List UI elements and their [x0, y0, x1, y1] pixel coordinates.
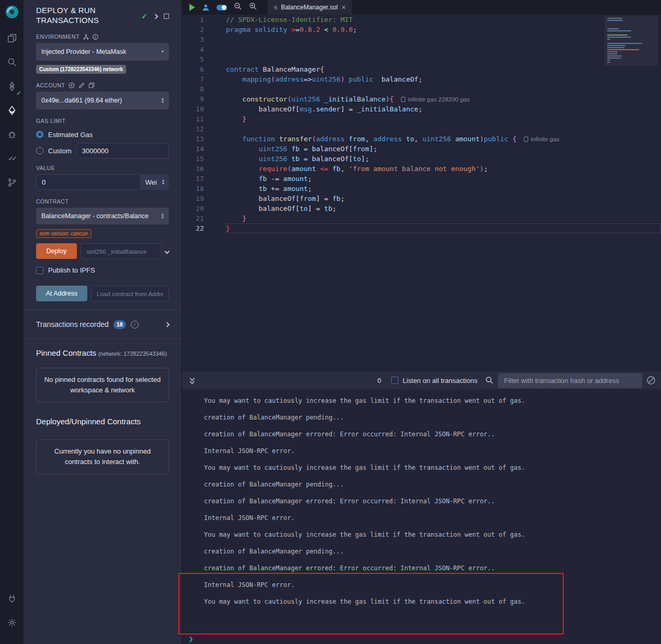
code-line[interactable]: pragma solidity >=0.8.2 < 0.9.0;: [226, 25, 661, 35]
line-number[interactable]: 7: [182, 74, 212, 84]
copy-account-icon[interactable]: [88, 82, 95, 88]
line-number[interactable]: 21: [182, 213, 212, 223]
line-number[interactable]: 13: [182, 134, 212, 144]
minimap-slider[interactable]: [605, 16, 658, 66]
code-line[interactable]: }: [226, 114, 661, 124]
code-line[interactable]: uint256 fb = balanceOf[from];: [226, 144, 661, 154]
line-number[interactable]: 6: [182, 64, 212, 74]
line-number[interactable]: 11: [182, 114, 212, 124]
code-line[interactable]: mapping(address=>uint256) public balance…: [226, 74, 661, 84]
terminal-prompt-icon[interactable]: ❯: [189, 635, 193, 643]
line-number[interactable]: 16: [182, 164, 212, 174]
code-line[interactable]: balanceOf[to] = tb;: [226, 204, 661, 213]
panel-collapse-icon[interactable]: [153, 14, 158, 19]
terminal-collapse-icon[interactable]: [189, 376, 197, 385]
transactions-info-icon[interactable]: i: [131, 321, 139, 329]
line-number[interactable]: 17: [182, 174, 212, 184]
code-line[interactable]: // SPDX-License-Identifier: MIT: [226, 15, 661, 25]
gas-estimated-label: Estimated Gas: [48, 131, 93, 139]
line-number[interactable]: 22: [182, 223, 212, 233]
code-line[interactable]: fb -= amount;: [226, 174, 661, 184]
panel-check-icon[interactable]: ✓: [141, 12, 147, 20]
search-icon[interactable]: [4, 54, 20, 70]
line-number[interactable]: 14: [182, 144, 212, 154]
code-line[interactable]: [226, 54, 661, 64]
line-number[interactable]: 3: [182, 35, 212, 44]
edit-account-icon[interactable]: [78, 82, 85, 88]
line-number[interactable]: 1: [182, 15, 212, 25]
line-number[interactable]: 20: [182, 204, 212, 213]
contract-select[interactable]: BalanceManager - contracts/Balance ▴▾: [36, 208, 169, 224]
account-select[interactable]: 0x49e...da661 (99.64 ether) ▴▾: [36, 92, 169, 109]
code-line[interactable]: function transfer(address from, address …: [226, 134, 661, 144]
code-line[interactable]: constructor(uint256 _initialBalance){inf…: [226, 94, 661, 104]
line-number[interactable]: 8: [182, 84, 212, 94]
solidity-compiler-icon[interactable]: ✓: [4, 78, 20, 94]
minimap[interactable]: [605, 16, 658, 66]
line-number[interactable]: 10: [182, 104, 212, 114]
publish-ipfs-checkbox[interactable]: [36, 267, 43, 274]
pin-panel-icon[interactable]: [164, 14, 169, 19]
zoom-out-icon[interactable]: [234, 2, 242, 13]
environment-select[interactable]: Injected Provider - MetaMask ▾: [36, 43, 169, 61]
transactions-chevron-icon[interactable]: [165, 322, 170, 327]
code-line[interactable]: balanceOf[msg.sender] = _initialBalance;: [226, 104, 661, 114]
line-number[interactable]: 18: [182, 184, 212, 194]
gas-estimated-radio[interactable]: [36, 131, 43, 138]
code-line[interactable]: require(amount <= fb, 'from amount balan…: [226, 164, 661, 174]
code-line[interactable]: uint256 tb = balanceOf[to];: [226, 154, 661, 164]
code-editor[interactable]: 12345678910111213141516171819202122 // S…: [182, 15, 661, 371]
line-number[interactable]: 15: [182, 154, 212, 164]
line-number[interactable]: 19: [182, 194, 212, 204]
deploy-expand-icon[interactable]: [165, 248, 170, 254]
code-line[interactable]: [226, 35, 661, 44]
toggle-on-icon[interactable]: [216, 5, 227, 10]
assistant-person-icon[interactable]: [202, 4, 210, 12]
code-line[interactable]: [226, 44, 661, 54]
value-input[interactable]: [36, 174, 141, 190]
code-line[interactable]: contract BalanceManager{: [226, 64, 661, 74]
environment-fork-icon[interactable]: [83, 34, 89, 40]
debugger-icon[interactable]: [4, 127, 20, 142]
deploy-button[interactable]: Deploy: [36, 243, 77, 259]
settings-gear-icon[interactable]: [4, 615, 20, 630]
tab-balancemanager-sol[interactable]: S BalanceManager.sol ×: [268, 0, 352, 15]
unit-testing-icon[interactable]: ✓✓: [4, 151, 20, 166]
zoom-in-icon[interactable]: [249, 2, 257, 13]
code-line[interactable]: [226, 124, 661, 134]
at-address-input[interactable]: [91, 286, 169, 301]
terminal-log-line: You may want to cautiously increase the …: [204, 396, 661, 412]
code-line[interactable]: [226, 84, 661, 94]
deploy-param-input[interactable]: [81, 243, 162, 259]
transaction-filter-input[interactable]: [498, 373, 642, 388]
remix-logo-icon[interactable]: [4, 4, 20, 20]
code-line[interactable]: }: [226, 223, 661, 233]
gas-custom-radio[interactable]: [36, 147, 43, 154]
listen-all-checkbox[interactable]: [391, 377, 398, 384]
value-unit-select[interactable]: Wei ▴▾: [141, 174, 169, 190]
line-number[interactable]: 12: [182, 124, 212, 134]
git-icon[interactable]: [4, 175, 20, 190]
environment-info-icon[interactable]: [93, 34, 98, 40]
run-script-play-icon[interactable]: [189, 4, 195, 11]
line-number[interactable]: 9: [182, 94, 212, 104]
deployed-empty-message: Currently you have no unpinned contracts…: [36, 439, 169, 474]
terminal-search-icon[interactable]: [485, 376, 494, 385]
deploy-run-icon[interactable]: [4, 103, 20, 118]
plugin-manager-icon[interactable]: [4, 591, 20, 606]
transactions-recorded-row[interactable]: Transactions recorded 18 i: [24, 310, 181, 339]
add-account-icon[interactable]: [69, 82, 75, 88]
file-explorer-icon[interactable]: [4, 30, 20, 46]
icon-sidebar: ✓ ✓✓: [0, 0, 24, 644]
code-line[interactable]: balanceOf[from] = fb;: [226, 194, 661, 204]
tab-close-icon[interactable]: ×: [341, 3, 346, 12]
code-line[interactable]: tb += amount;: [226, 184, 661, 194]
line-number[interactable]: 2: [182, 25, 212, 35]
clear-console-icon[interactable]: [646, 376, 656, 385]
line-number[interactable]: 5: [182, 54, 212, 64]
gas-pump-icon: [524, 137, 528, 142]
code-line[interactable]: }: [226, 213, 661, 223]
at-address-button[interactable]: At Address: [36, 286, 87, 301]
gas-custom-input[interactable]: [76, 143, 169, 159]
line-number[interactable]: 4: [182, 44, 212, 54]
